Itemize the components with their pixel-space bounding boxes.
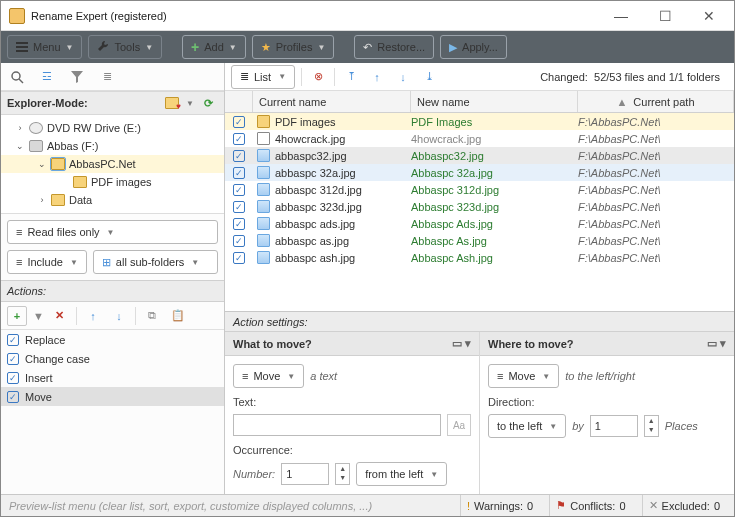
tree-icon: ⊞	[102, 256, 111, 269]
table-row[interactable]: ✓PDF imagesPDF ImagesF:\AbbasPC.Net\	[225, 113, 734, 130]
by-spinner[interactable]: ▲▼	[644, 415, 659, 437]
list-toolbar: ≣ List ▼ ⊗ ⤒ ↑ ↓ ⤓ Changed: 52/53 files …	[225, 63, 734, 91]
add-button[interactable]: + Add▼	[182, 35, 246, 59]
action-item-move[interactable]: ✓Move	[1, 387, 224, 406]
checkbox-icon[interactable]: ✓	[7, 353, 19, 365]
tree-node-data[interactable]: › Data	[1, 191, 224, 209]
row-checkbox[interactable]: ✓	[233, 167, 245, 179]
menu-label: Menu	[33, 41, 61, 53]
tree-node-abbas[interactable]: ⌄ Abbas (F:)	[1, 137, 224, 155]
add-action-button[interactable]: +	[7, 306, 27, 326]
table-row[interactable]: ✓abbaspc 323d.jpgAbbaspc 323d.jpgF:\Abba…	[225, 198, 734, 215]
collapse-icon[interactable]: ▭ ▾	[707, 337, 726, 350]
filter-icon[interactable]	[67, 67, 87, 87]
what-move-dropdown[interactable]: ≡ Move ▼	[233, 364, 304, 388]
table-row[interactable]: ✓abbaspc 32a.jpgAbbaspc 32a.jpgF:\AbbasP…	[225, 164, 734, 181]
list-icon: ≣	[240, 70, 249, 83]
action-label: Replace	[25, 334, 65, 346]
by-input[interactable]	[590, 415, 638, 437]
refresh-icon[interactable]: ⟳	[198, 93, 218, 113]
col-path[interactable]: ▲Current path	[578, 91, 734, 112]
app-icon	[9, 8, 25, 24]
status-warnings[interactable]: !Warnings:0	[460, 495, 539, 516]
row-checkbox[interactable]: ✓	[233, 116, 245, 128]
table-row[interactable]: ✓abbaspc ads.jpgAbbaspc Ads.jpgF:\AbbasP…	[225, 215, 734, 232]
row-checkbox[interactable]: ✓	[233, 133, 245, 145]
tools-button[interactable]: Tools▼	[88, 35, 162, 59]
table-row[interactable]: ✓abbaspc 312d.jpgAbbaspc 312d.jpgF:\Abba…	[225, 181, 734, 198]
table-row[interactable]: ✓4howcrack.jpg4howcrack.jpgF:\AbbasPC.Ne…	[225, 130, 734, 147]
clear-list-icon[interactable]: ⊗	[308, 67, 328, 87]
direction-dropdown[interactable]: to the left ▼	[488, 414, 566, 438]
subfolders-dropdown[interactable]: ⊞ all sub-folders ▼	[93, 250, 218, 274]
occurrence-label: Occurrence:	[233, 444, 471, 456]
maximize-button[interactable]: ☐	[652, 6, 678, 26]
right-pane: ≣ List ▼ ⊗ ⤒ ↑ ↓ ⤓ Changed: 52/53 files …	[225, 63, 734, 494]
grid-body[interactable]: ✓PDF imagesPDF ImagesF:\AbbasPC.Net\✓4ho…	[225, 113, 734, 311]
table-row[interactable]: ✓abbaspc32.jpgAbbaspc32.jpgF:\AbbasPC.Ne…	[225, 147, 734, 164]
current-path: F:\AbbasPC.Net\	[578, 252, 734, 264]
tree-node-pdfimages[interactable]: PDF images	[1, 173, 224, 191]
from-label: from the left	[365, 468, 423, 480]
folder-tree[interactable]: › DVD RW Drive (E:) ⌄ Abbas (F:) ⌄ Abbas…	[1, 115, 224, 213]
where-pane: Where to move? ▭ ▾ ≡ Move ▼ to the left/…	[480, 332, 734, 494]
go-top-icon[interactable]: ⤒	[341, 67, 361, 87]
list-icon[interactable]: ≣	[97, 67, 117, 87]
restore-label: Restore...	[377, 41, 425, 53]
favorite-folder-icon[interactable]: ♥	[162, 93, 182, 113]
where-hint: to the left/right	[565, 370, 635, 382]
collapse-icon[interactable]: ▭ ▾	[452, 337, 471, 350]
where-title-bar: Where to move? ▭ ▾	[480, 332, 734, 356]
checkbox-icon[interactable]: ✓	[7, 391, 19, 403]
menu-button[interactable]: Menu▼	[7, 35, 82, 59]
action-item-replace[interactable]: ✓Replace	[1, 330, 224, 349]
go-down-icon[interactable]: ↓	[393, 67, 413, 87]
apply-button[interactable]: ▶ Apply...	[440, 35, 507, 59]
folder-icon	[73, 176, 87, 188]
table-row[interactable]: ✓abbaspc ash.jpgAbbaspc Ash.jpgF:\AbbasP…	[225, 249, 734, 266]
from-dropdown[interactable]: from the left ▼	[356, 462, 447, 486]
row-checkbox[interactable]: ✓	[233, 235, 245, 247]
profiles-button[interactable]: ★ Profiles▼	[252, 35, 335, 59]
action-item-changecase[interactable]: ✓Change case	[1, 349, 224, 368]
status-excluded[interactable]: ✕Excluded:0	[642, 495, 726, 516]
include-dropdown[interactable]: ≡ Include ▼	[7, 250, 87, 274]
row-checkbox[interactable]: ✓	[233, 184, 245, 196]
toggle-tree-icon[interactable]: ☲	[37, 67, 57, 87]
copy-icon[interactable]: ⧉	[142, 306, 162, 326]
move-up-icon[interactable]: ↑	[83, 306, 103, 326]
col-new[interactable]: New name	[411, 91, 578, 112]
status-conflicts[interactable]: ⚑Conflicts:0	[549, 495, 631, 516]
move-down-icon[interactable]: ↓	[109, 306, 129, 326]
remove-action-button[interactable]: ✕	[50, 306, 70, 326]
col-check[interactable]	[225, 91, 253, 112]
go-up-icon[interactable]: ↑	[367, 67, 387, 87]
checkbox-icon[interactable]: ✓	[7, 372, 19, 384]
restore-button[interactable]: ↶ Restore...	[354, 35, 434, 59]
action-item-insert[interactable]: ✓Insert	[1, 368, 224, 387]
case-toggle[interactable]: Aa	[447, 414, 471, 436]
row-checkbox[interactable]: ✓	[233, 252, 245, 264]
go-bottom-icon[interactable]: ⤓	[419, 67, 439, 87]
list-mode-dropdown[interactable]: ≣ List ▼	[231, 65, 295, 89]
text-input[interactable]	[233, 414, 441, 436]
where-move-dropdown[interactable]: ≡ Move ▼	[488, 364, 559, 388]
read-files-dropdown[interactable]: ≡ Read files only ▼	[7, 220, 218, 244]
row-checkbox[interactable]: ✓	[233, 150, 245, 162]
col-current[interactable]: Current name	[253, 91, 411, 112]
new-name: Abbaspc 32a.jpg	[411, 167, 578, 179]
search-icon[interactable]	[7, 67, 27, 87]
tree-node-dvd[interactable]: › DVD RW Drive (E:)	[1, 119, 224, 137]
tree-node-abbaspc[interactable]: ⌄ AbbasPC.Net	[1, 155, 224, 173]
table-row[interactable]: ✓abbaspc as.jpgAbbaspc As.jpgF:\AbbasPC.…	[225, 232, 734, 249]
checkbox-icon[interactable]: ✓	[7, 334, 19, 346]
minimize-button[interactable]: —	[608, 6, 634, 26]
row-checkbox[interactable]: ✓	[233, 201, 245, 213]
new-name: PDF Images	[411, 116, 578, 128]
number-spinner[interactable]: ▲▼	[335, 463, 350, 485]
close-button[interactable]: ✕	[696, 6, 722, 26]
paste-icon[interactable]: 📋	[168, 306, 188, 326]
plus-icon: +	[191, 39, 199, 55]
row-checkbox[interactable]: ✓	[233, 218, 245, 230]
number-input[interactable]	[281, 463, 329, 485]
